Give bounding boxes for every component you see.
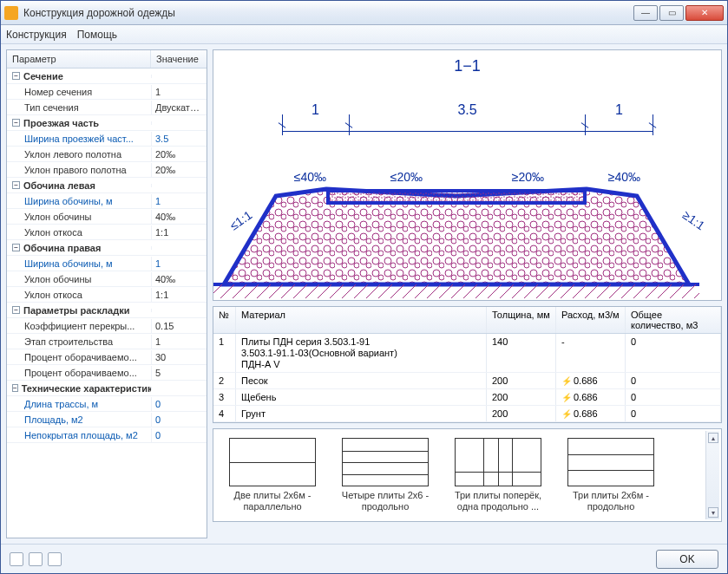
- expander-icon[interactable]: −: [12, 119, 20, 127]
- expander-icon[interactable]: −: [12, 181, 20, 189]
- col-thickness: Толщина, мм: [487, 307, 556, 333]
- app-window: Конструкция дорожной одежды — ▭ ✕ Констр…: [0, 0, 728, 574]
- material-row-4[interactable]: 4Грунт2000.6860: [213, 406, 721, 422]
- group-carriageway[interactable]: −Проезжая часть: [7, 115, 207, 131]
- property-grid-body[interactable]: −Сечение Номер сечения1 Тип сеченияДвуск…: [7, 68, 207, 538]
- menubar: Конструкция Помощь: [1, 25, 727, 44]
- row-uncovered-area[interactable]: Непокрытая площадь, м20: [7, 427, 207, 443]
- expander-icon[interactable]: −: [12, 306, 20, 314]
- menu-construction[interactable]: Конструкция: [6, 29, 67, 41]
- row-right-embankment[interactable]: Уклон откоса1:1: [7, 287, 207, 303]
- materials-header: № Материал Толщина, мм Расход, м3/м Обще…: [213, 307, 721, 334]
- row-turnover-a[interactable]: Процент оборачиваемо...30: [7, 349, 207, 365]
- group-section[interactable]: −Сечение: [7, 68, 207, 84]
- right-zone: 1−1 1 3.5 1 ≤40‰: [213, 49, 722, 538]
- window-title: Конструкция дорожной одежды: [23, 7, 633, 19]
- expander-icon[interactable]: −: [12, 244, 20, 251]
- ok-button[interactable]: OK: [656, 550, 718, 569]
- cross-section-svg: [213, 50, 699, 301]
- layout-option-1[interactable]: Две плиты 2х6м - параллельно: [224, 438, 321, 512]
- warning-icon: 0.686: [556, 389, 626, 405]
- material-row-2[interactable]: 2Песок2000.6860: [213, 373, 721, 389]
- header-param: Параметр: [7, 50, 151, 68]
- app-icon: [4, 6, 18, 20]
- row-turnover-b[interactable]: Процент оборачиваемо...5: [7, 365, 207, 381]
- help-icon[interactable]: [10, 552, 23, 566]
- row-section-type[interactable]: Тип сеченияДвускатна...: [7, 100, 207, 115]
- row-section-number[interactable]: Номер сечения1: [7, 84, 207, 100]
- group-left-shoulder[interactable]: −Обочина левая: [7, 178, 207, 193]
- close-button[interactable]: ✕: [685, 5, 724, 21]
- window-buttons: — ▭ ✕: [633, 5, 724, 21]
- tool-icon[interactable]: [29, 552, 43, 566]
- row-right-shoulder-slope[interactable]: Уклон обочины40‰: [7, 271, 207, 287]
- group-right-shoulder[interactable]: −Обочина правая: [7, 240, 207, 256]
- row-overlap-coef[interactable]: Коэффициент перекры...0.15: [7, 318, 207, 334]
- expander-icon[interactable]: −: [12, 72, 20, 80]
- row-left-shoulder-width[interactable]: Ширина обочины, м1: [7, 193, 207, 209]
- warning-icon: 0.686: [556, 406, 626, 421]
- row-left-embankment[interactable]: Уклон откоса1:1: [7, 225, 207, 240]
- menu-help[interactable]: Помощь: [77, 29, 117, 41]
- svg-rect-6: [328, 191, 585, 203]
- layout-gallery: Две плиты 2х6м - параллельно Четыре плит…: [213, 428, 722, 522]
- col-consumption: Расход, м3/м: [556, 307, 626, 333]
- svg-rect-8: [213, 284, 699, 298]
- scroll-up-icon[interactable]: ▴: [708, 433, 718, 443]
- row-left-slope[interactable]: Уклон левого полотна20‰: [7, 147, 207, 162]
- layout-option-2[interactable]: Четыре плиты 2х6 - продольно: [337, 438, 434, 512]
- footer-tools: [10, 552, 62, 566]
- gallery-scrollbar[interactable]: ▴ ▾: [705, 431, 719, 519]
- row-stage[interactable]: Этап строительства1: [7, 334, 207, 349]
- settings-icon[interactable]: [48, 552, 62, 566]
- group-tech[interactable]: −Технические характеристики: [7, 381, 207, 396]
- titlebar: Конструкция дорожной одежды — ▭ ✕: [1, 1, 727, 25]
- col-material: Материал: [236, 307, 487, 333]
- client-area: Параметр Значение −Сечение Номер сечения…: [1, 44, 727, 544]
- row-area[interactable]: Площадь, м20: [7, 412, 207, 427]
- expander-icon[interactable]: −: [12, 384, 18, 392]
- row-trace-length[interactable]: Длина трассы, м0: [7, 396, 207, 412]
- row-right-slope[interactable]: Уклон правого полотна20‰: [7, 162, 207, 178]
- dialog-footer: OK: [1, 544, 727, 573]
- property-grid: Параметр Значение −Сечение Номер сечения…: [6, 49, 207, 538]
- cross-section-drawing: 1−1 1 3.5 1 ≤40‰: [213, 49, 722, 301]
- header-value: Значение: [151, 50, 207, 68]
- minimize-button[interactable]: —: [633, 5, 658, 21]
- row-carriageway-width[interactable]: Ширина проезжей част...3.5: [7, 131, 207, 147]
- layout-option-4[interactable]: Три плиты 2х6м - продольно: [562, 438, 659, 512]
- maximize-button[interactable]: ▭: [659, 5, 684, 21]
- group-layout-params[interactable]: −Параметры раскладки: [7, 303, 207, 318]
- material-row-3[interactable]: 3Щебень2000.6860: [213, 389, 721, 406]
- row-left-shoulder-slope[interactable]: Уклон обочины40‰: [7, 209, 207, 225]
- layout-option-3[interactable]: Три плиты поперёк, одна продольно ...: [449, 438, 547, 512]
- col-quantity: Общее количество, м3: [626, 307, 721, 333]
- col-number: №: [213, 307, 236, 333]
- scroll-down-icon[interactable]: ▾: [708, 507, 718, 518]
- material-row-1[interactable]: 1 Плиты ПДН серия 3.503.1-91 3.503.1-91.…: [213, 334, 721, 373]
- row-right-shoulder-width[interactable]: Ширина обочины, м1: [7, 256, 207, 271]
- property-grid-header: Параметр Значение: [7, 50, 207, 68]
- materials-table: № Материал Толщина, мм Расход, м3/м Обще…: [213, 306, 722, 423]
- warning-icon: 0.686: [556, 373, 626, 388]
